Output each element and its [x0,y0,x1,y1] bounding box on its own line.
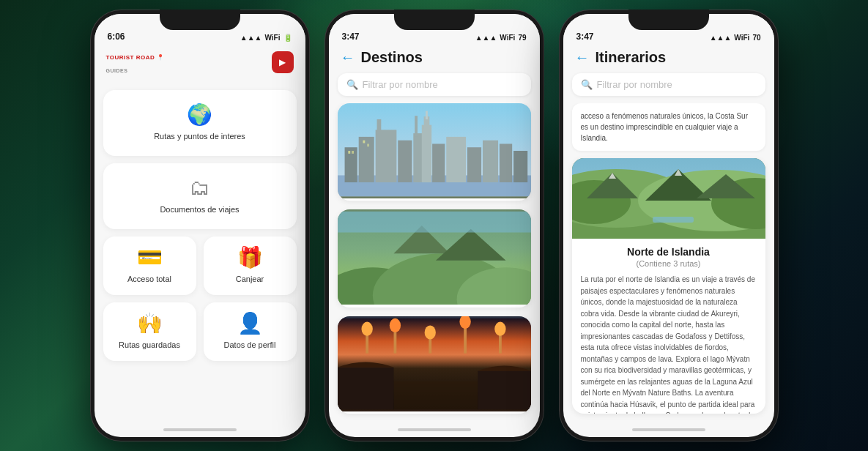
phone-destinos: 3:47 ▲▲▲ WiFi 79 ← Destinos 🔍 Filtrar po… [324,10,544,441]
norte-sub: (Contiene 3 rutas) [581,259,757,268]
destination-newyork[interactable]: New York (Contiene 2 itinerarios) [338,103,531,201]
logo-area: TOURIST ROAD 📍GUIDES [106,49,165,75]
back-button-2[interactable]: ← [341,49,355,66]
svg-rect-36 [464,325,467,353]
norte-image [572,158,765,239]
svg-rect-10 [446,137,466,182]
svg-rect-8 [415,116,418,137]
svg-rect-42 [478,370,531,409]
svg-rect-20 [363,141,365,144]
phone-itinerarios: 3:47 ▲▲▲ WiFi 70 ← Itinerarios 🔍 Filtrar… [559,10,779,441]
wifi-icon-3: WiFi [734,34,749,42]
phone-main-menu: 6:06 ▲▲▲ WiFi 🔋 TOURIST ROAD 📍GUIDES ▶ [90,10,310,441]
destination-japan[interactable]: Japón (Contiene 3 itinerarios) [338,316,531,414]
svg-rect-14 [513,151,527,182]
islandia-image [338,209,531,305]
gift-icon: 🎁 [237,247,263,268]
signal-icon-1: ▲▲▲ [240,34,262,42]
svg-rect-9 [432,144,445,182]
menu-row-2: 🗂 Documentos de viajes [103,163,297,229]
itin-top-text-card: acceso a fenómenos naturales únicos, la … [572,103,765,151]
svg-point-33 [389,318,400,332]
svg-rect-17 [426,111,428,119]
time-1: 6:06 [108,31,125,42]
svg-point-31 [361,321,372,335]
phone3-inner: 3:47 ▲▲▲ WiFi 70 ← Itinerarios 🔍 Filtrar… [563,14,774,437]
search-placeholder-3: Filtrar por nombre [597,79,672,90]
menu-grid: 🌍 Rutas y puntos de interes 🗂 Documentos… [94,83,305,422]
home-indicator-1 [94,422,305,437]
menu-item-redeem[interactable]: 🎁 Canjear [204,236,297,295]
svg-rect-19 [352,151,354,154]
wifi-icon-2: WiFi [500,34,515,42]
phone1-inner: 6:06 ▲▲▲ WiFi 🔋 TOURIST ROAD 📍GUIDES ▶ [94,14,305,437]
header-action-button[interactable]: ▶ [272,51,294,73]
header-action-icon: ▶ [279,57,286,67]
svg-rect-41 [338,367,394,409]
search-bar-3[interactable]: 🔍 Filtrar por nombre [572,73,765,96]
newyork-image [338,103,531,198]
svg-rect-15 [421,125,431,182]
destinations-list: New York (Contiene 2 itinerarios) [329,103,540,422]
search-bar-2[interactable]: 🔍 Filtrar por nombre [338,73,531,96]
phone2-inner: 3:47 ▲▲▲ WiFi 79 ← Destinos 🔍 Filtrar po… [329,14,540,437]
destination-islandia[interactable]: Islandia (Contiene 5 itinerarios) [338,209,531,307]
japan-info: Japón (Contiene 3 itinerarios) [338,411,531,414]
time-3: 3:47 [576,31,594,42]
norte-name: Norte de Islandia [581,246,757,258]
svg-rect-2 [344,147,357,182]
back-button-3[interactable]: ← [575,49,590,66]
svg-rect-6 [398,141,412,182]
newyork-info: New York (Contiene 2 itinerarios) [338,198,531,201]
globe-icon: 🌍 [187,105,212,125]
access-icon: 💳 [137,247,163,268]
notch [160,10,240,30]
profile-icon: 👤 [237,313,263,334]
svg-rect-4 [375,130,396,182]
svg-rect-11 [467,147,481,182]
profile-label: Datos de perfil [224,340,276,350]
battery-icon-1: 🔋 [283,34,292,42]
menu-item-access[interactable]: 💳 Acceso total [103,236,196,295]
svg-rect-32 [393,329,396,353]
signal-icon-3: ▲▲▲ [710,34,732,42]
battery-2: 79 [518,34,526,42]
norte-desc: La ruta por el norte de Islandia es un v… [581,274,757,414]
itin-card-norte[interactable]: Norte de Islandia (Contiene 3 rutas) La … [572,158,765,414]
redeem-label: Canjear [236,274,264,284]
time-2: 3:47 [342,31,360,42]
itinerarios-title: Itinerarios [596,49,667,66]
phone1-header: TOURIST ROAD 📍GUIDES ▶ [94,46,305,83]
svg-rect-12 [483,141,498,182]
menu-item-profile[interactable]: 👤 Datos de perfil [204,302,297,361]
search-icon-2: 🔍 [346,79,358,90]
itinerary-content: acceso a fenómenos naturales únicos, la … [563,103,774,422]
menu-row-1: 🌍 Rutas y puntos de interes [103,90,297,156]
phone2-header: ← Destinos [329,46,540,73]
phones-wrapper: 6:06 ▲▲▲ WiFi 🔋 TOURIST ROAD 📍GUIDES ▶ [0,0,868,451]
destinos-title: Destinos [361,49,423,66]
saved-icon: 🙌 [137,313,163,334]
menu-row-4: 🙌 Rutas guardadas 👤 Datos de perfil [103,302,297,361]
svg-rect-13 [499,144,511,182]
phone3-header: ← Itinerarios [563,46,774,73]
search-placeholder-2: Filtrar por nombre [363,79,438,90]
search-icon-3: 🔍 [581,79,593,90]
svg-rect-5 [376,119,381,133]
notch-2 [394,10,475,30]
status-icons-1: ▲▲▲ WiFi 🔋 [240,34,292,42]
iceland-scene-svg [338,209,531,305]
battery-3: 70 [752,34,760,42]
svg-rect-28 [338,212,531,233]
japan-image [338,316,531,411]
menu-item-docs[interactable]: 🗂 Documentos de viajes [103,163,297,229]
signal-icon-2: ▲▲▲ [475,34,497,42]
access-label: Acceso total [127,274,171,284]
menu-item-saved[interactable]: 🙌 Rutas guardadas [103,302,196,361]
svg-rect-21 [367,144,369,146]
routes-label: Rutas y puntos de interes [154,131,245,141]
japan-scene-svg [338,316,531,411]
wifi-icon-1: WiFi [264,34,280,42]
menu-item-routes[interactable]: 🌍 Rutas y puntos de interes [103,90,297,156]
menu-row-3: 💳 Acceso total 🎁 Canjear [103,236,297,295]
